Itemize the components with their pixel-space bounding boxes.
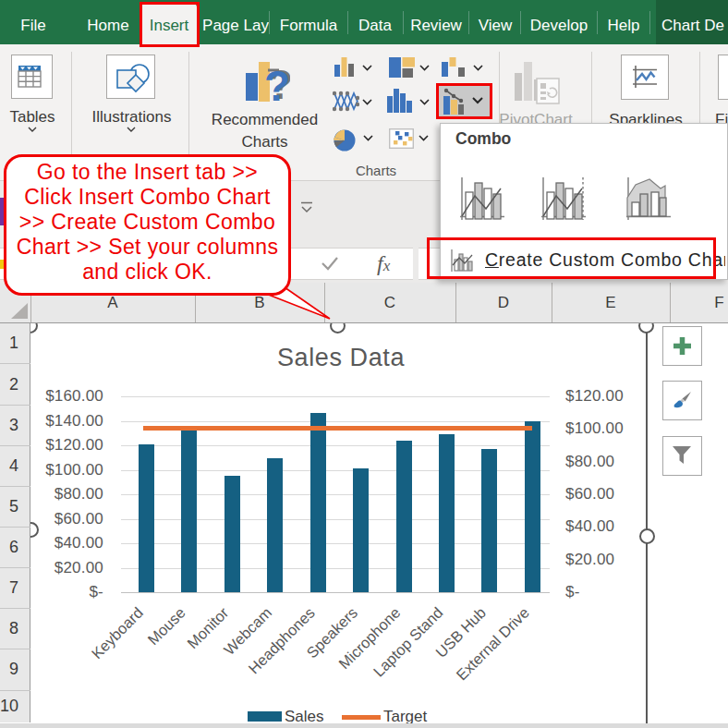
- svg-text:?: ?: [264, 62, 290, 106]
